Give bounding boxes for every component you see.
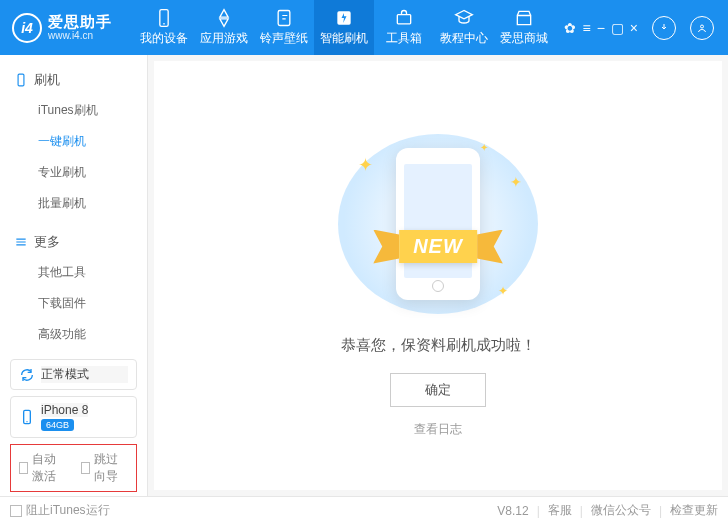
nav-tutorials[interactable]: 教程中心 (434, 0, 494, 55)
svg-rect-2 (278, 11, 290, 26)
device-icon (19, 409, 35, 425)
svg-point-5 (701, 25, 704, 28)
footer-link-support[interactable]: 客服 (548, 502, 572, 519)
apps-icon (214, 8, 234, 28)
sidebar-item-itunes-flash[interactable]: iTunes刷机 (0, 95, 147, 126)
music-icon (274, 8, 294, 28)
ok-button[interactable]: 确定 (390, 373, 486, 407)
download-button[interactable] (652, 16, 676, 40)
sidebar-item-oneclick-flash[interactable]: 一键刷机 (0, 126, 147, 157)
menu-small-icon (14, 235, 28, 249)
user-icon (696, 22, 708, 34)
download-icon (658, 22, 670, 34)
footer-link-update[interactable]: 检查更新 (670, 502, 718, 519)
new-ribbon: NEW (399, 230, 477, 263)
nav-apps-games[interactable]: 应用游戏 (194, 0, 254, 55)
svg-point-1 (163, 23, 165, 25)
sidebar-item-batch-flash[interactable]: 批量刷机 (0, 188, 147, 219)
toolbox-icon (394, 8, 414, 28)
brand-name: 爱思助手 (48, 14, 112, 31)
sidebar-group-flash: 刷机 (0, 65, 147, 95)
logo-icon: i4 (12, 13, 42, 43)
version-label: V8.12 (497, 504, 528, 518)
sidebar-item-other-tools[interactable]: 其他工具 (0, 257, 147, 288)
storage-badge: 64GB (41, 419, 74, 431)
nav-my-device[interactable]: 我的设备 (134, 0, 194, 55)
success-illustration: ✦✦✦✦ NEW (338, 134, 538, 314)
block-itunes-checkbox[interactable]: 阻止iTunes运行 (10, 502, 110, 519)
user-button[interactable] (690, 16, 714, 40)
maximize-icon[interactable]: ▢ (611, 20, 624, 36)
device-card[interactable]: iPhone 8 64GB (10, 396, 137, 438)
svg-rect-4 (397, 15, 410, 24)
tutorial-icon (454, 8, 474, 28)
close-icon[interactable]: × (630, 20, 638, 36)
refresh-icon (19, 367, 35, 383)
brand-url: www.i4.cn (48, 30, 112, 41)
theme-icon[interactable]: ✿ (564, 20, 576, 36)
nav-store[interactable]: 爱思商城 (494, 0, 554, 55)
minimize-icon[interactable]: − (597, 20, 605, 36)
device-name: iPhone 8 (41, 403, 88, 417)
flash-icon (334, 8, 354, 28)
phone-illustration (396, 148, 480, 300)
svg-rect-6 (18, 74, 24, 86)
phone-small-icon (14, 73, 28, 87)
auto-activate-checkbox[interactable]: 自动激活 (19, 451, 67, 485)
mode-card[interactable]: 正常模式 (10, 359, 137, 390)
footer-link-wechat[interactable]: 微信公众号 (591, 502, 651, 519)
phone-icon (154, 8, 174, 28)
sidebar-item-advanced[interactable]: 高级功能 (0, 319, 147, 350)
success-message: 恭喜您，保资料刷机成功啦！ (341, 336, 536, 355)
nav-ringtones-wallpapers[interactable]: 铃声壁纸 (254, 0, 314, 55)
menu-icon[interactable]: ≡ (582, 20, 590, 36)
option-highlight-box: 自动激活 跳过向导 (10, 444, 137, 492)
nav-toolbox[interactable]: 工具箱 (374, 0, 434, 55)
view-log-link[interactable]: 查看日志 (414, 421, 462, 438)
sidebar-item-pro-flash[interactable]: 专业刷机 (0, 157, 147, 188)
store-icon (514, 8, 534, 28)
window-controls: ✿ ≡ − ▢ × (564, 20, 638, 36)
sidebar-group-more: 更多 (0, 227, 147, 257)
brand-logo: i4 爱思助手 www.i4.cn (12, 13, 112, 43)
skip-guide-checkbox[interactable]: 跳过向导 (81, 451, 129, 485)
svg-point-8 (26, 421, 27, 422)
mode-label: 正常模式 (41, 366, 128, 383)
sidebar-item-download-firmware[interactable]: 下载固件 (0, 288, 147, 319)
nav-smart-flash[interactable]: 智能刷机 (314, 0, 374, 55)
